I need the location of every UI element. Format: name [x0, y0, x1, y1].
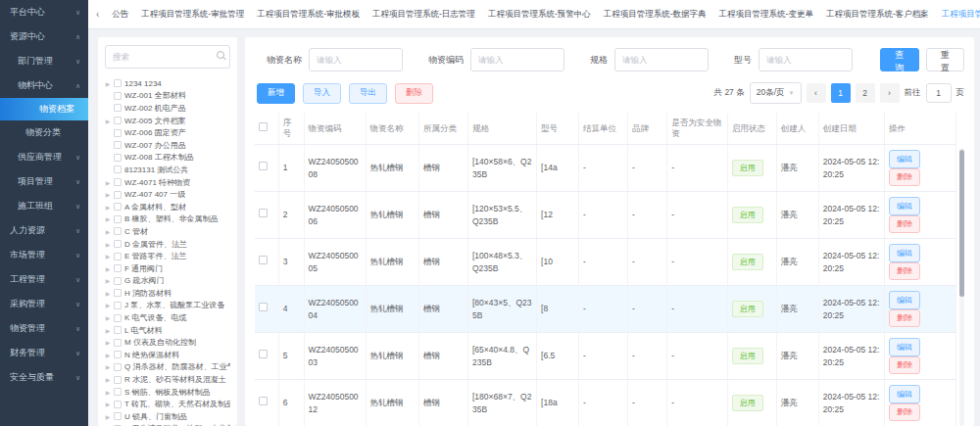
expand-arrow-icon[interactable]: ▶: [105, 302, 111, 308]
scrollbar-thumb[interactable]: [959, 150, 964, 297]
expand-arrow-icon[interactable]: ▶: [105, 228, 111, 235]
tree-item[interactable]: WZ-002 机电产品: [105, 102, 230, 115]
sidebar-item[interactable]: 部门管理∨: [0, 49, 88, 73]
row-delete-button[interactable]: 删除: [889, 309, 920, 328]
row-delete-button[interactable]: 删除: [889, 168, 920, 187]
tree-checkbox[interactable]: [114, 227, 122, 235]
row-checkbox[interactable]: [259, 162, 268, 170]
import-button[interactable]: 导入: [303, 83, 341, 104]
sidebar-item[interactable]: 工程管理∨: [0, 267, 88, 292]
sidebar-item[interactable]: 人力资源∨: [0, 218, 88, 243]
expand-arrow-icon[interactable]: ▶: [105, 277, 111, 284]
row-delete-button[interactable]: 删除: [889, 215, 920, 234]
expand-arrow-icon[interactable]: ▶: [105, 204, 111, 211]
reset-button[interactable]: 重置: [926, 48, 965, 71]
tree-checkbox[interactable]: [114, 388, 122, 396]
tree-checkbox[interactable]: [114, 92, 122, 100]
sidebar-item[interactable]: 物资分类: [0, 120, 88, 145]
tree-item[interactable]: ▶WZ-4071 特种物资: [105, 176, 230, 189]
tree-item[interactable]: WZ-008 工程木制品: [105, 152, 230, 165]
row-checkbox[interactable]: [259, 303, 268, 311]
tree-item[interactable]: ▶G 疏水阀门: [105, 275, 230, 288]
expand-arrow-icon[interactable]: ▶: [105, 265, 111, 272]
expand-arrow-icon[interactable]: ▶: [105, 413, 111, 420]
tab[interactable]: 公告: [112, 9, 128, 21]
edit-button[interactable]: 编辑: [889, 197, 920, 215]
tree-item[interactable]: ▶T 砖瓦、砌块、天然石材及制品: [105, 398, 230, 410]
sidebar-item[interactable]: 物资管理∨: [0, 316, 88, 341]
tree-checkbox[interactable]: [114, 129, 122, 137]
tree-item[interactable]: 8123131 测试公共: [105, 164, 230, 176]
prev-page-button[interactable]: ‹: [807, 83, 826, 103]
expand-arrow-icon[interactable]: ▶: [105, 314, 111, 321]
tree-item[interactable]: ▶M 仪表及自动化控制: [105, 336, 230, 349]
tree-checkbox[interactable]: [114, 363, 122, 371]
page-2-button[interactable]: 2: [856, 83, 875, 103]
tree-checkbox[interactable]: [114, 141, 122, 149]
tree-checkbox[interactable]: [114, 154, 122, 162]
tree-checkbox[interactable]: [114, 191, 122, 199]
filter-input[interactable]: [759, 48, 853, 71]
tree-checkbox[interactable]: [114, 203, 122, 211]
expand-arrow-icon[interactable]: ▶: [105, 253, 111, 260]
tree-item[interactable]: WZ-001 全部材料: [105, 90, 230, 103]
sidebar-item[interactable]: 财务管理∨: [0, 341, 88, 365]
tree-item[interactable]: WZ-006 固定资产: [105, 126, 230, 139]
tree-item[interactable]: ▶WZ-005 文件档案: [105, 115, 230, 127]
tree-checkbox[interactable]: [114, 302, 122, 309]
tree-item[interactable]: ▶K 电气设备、电缆: [105, 311, 230, 324]
expand-arrow-icon[interactable]: ▶: [105, 290, 111, 297]
tree-checkbox[interactable]: [114, 277, 122, 285]
row-delete-button[interactable]: 删除: [889, 403, 920, 422]
tree-item[interactable]: ▶D 金属管件、法兰: [105, 238, 230, 251]
page-1-button[interactable]: 1: [831, 83, 851, 103]
tab[interactable]: 工程项目管理系统-变更单: [719, 9, 813, 21]
sidebar-item[interactable]: 安全与质量∨: [0, 365, 88, 390]
tree-checkbox[interactable]: [114, 339, 122, 347]
expand-arrow-icon[interactable]: ▶: [105, 80, 111, 87]
sidebar-item[interactable]: 供应商管理∨: [0, 145, 88, 169]
sidebar-item[interactable]: 项目管理∨: [0, 169, 88, 194]
filter-input[interactable]: [309, 48, 403, 71]
expand-arrow-icon[interactable]: ▶: [105, 339, 111, 346]
tree-search-input[interactable]: [105, 45, 230, 69]
tab[interactable]: 工程项目管理系统-审批管理: [141, 9, 244, 21]
tab-active[interactable]: 工程项目管理系统-物资档案×: [942, 9, 980, 21]
tree-checkbox[interactable]: [114, 166, 122, 173]
filter-input[interactable]: [614, 48, 709, 71]
tree-checkbox[interactable]: [114, 289, 122, 297]
tab[interactable]: 工程项目管理系统-预警中心: [488, 9, 591, 21]
row-checkbox[interactable]: [259, 256, 268, 264]
export-button[interactable]: 导出: [349, 83, 387, 104]
tree-item[interactable]: ▶A 金属材料、型材: [105, 201, 230, 213]
expand-arrow-icon[interactable]: ▶: [105, 327, 111, 334]
tree-item[interactable]: ▶U 锁具、门窗制品: [105, 410, 230, 423]
tree-item[interactable]: WZ-007 办公用品: [105, 139, 230, 152]
goto-page-input[interactable]: [926, 83, 952, 103]
tree-checkbox[interactable]: [114, 117, 122, 124]
sidebar-item[interactable]: 物料中心∧: [0, 73, 88, 98]
tree-checkbox[interactable]: [114, 79, 122, 87]
tree-item[interactable]: ▶L 电气材料: [105, 324, 230, 337]
tree-checkbox[interactable]: [114, 104, 122, 112]
tree-item[interactable]: ▶C 管材: [105, 225, 230, 238]
delete-button[interactable]: 删除: [395, 83, 433, 104]
sidebar-item-active[interactable]: 物资档案: [0, 98, 88, 120]
expand-arrow-icon[interactable]: ▶: [105, 363, 111, 370]
tree-item[interactable]: ▶Q 消杀器材、防腐器材、工业气体: [105, 361, 230, 374]
row-checkbox[interactable]: [259, 209, 268, 217]
expand-arrow-icon[interactable]: ▶: [105, 241, 111, 248]
tree-item[interactable]: ▶H 消防器材料: [105, 287, 230, 300]
tab[interactable]: 工程项目管理系统-审批模板: [257, 9, 360, 21]
tree-checkbox[interactable]: [114, 412, 122, 420]
tree-checkbox[interactable]: [114, 376, 122, 384]
tree-checkbox[interactable]: [114, 351, 122, 358]
edit-button[interactable]: 编辑: [889, 244, 920, 262]
edit-button[interactable]: 编辑: [889, 385, 920, 403]
tree-checkbox[interactable]: [114, 178, 122, 186]
tree-checkbox[interactable]: [114, 264, 122, 272]
tab[interactable]: 工程项目管理系统-数据字典: [604, 9, 707, 21]
edit-button[interactable]: 编辑: [889, 338, 920, 356]
sidebar-item[interactable]: 施工班组∨: [0, 194, 88, 218]
select-all-checkbox[interactable]: [259, 122, 268, 131]
